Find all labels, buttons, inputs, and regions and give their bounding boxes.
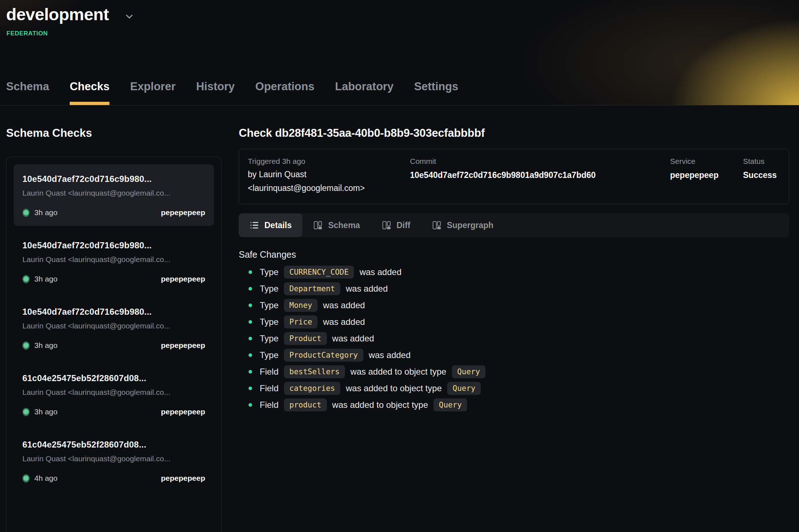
- code-chip: Product: [284, 332, 327, 345]
- check-service: pepepepeep: [161, 341, 205, 350]
- bullet-icon: [249, 287, 252, 291]
- check-author: Laurin Quast <laurinquast@googlemail.co.…: [22, 454, 205, 463]
- bullet-icon: [249, 320, 252, 324]
- check-service: pepepepeep: [161, 407, 205, 416]
- code-chip: ProductCategory: [284, 349, 363, 362]
- check-list-item[interactable]: 10e540d7aef72c0d716c9b980... Laurin Quas…: [14, 231, 214, 292]
- check-list-item[interactable]: 61c04e25475eb52f28607d08... Laurin Quast…: [14, 430, 214, 492]
- check-author: Laurin Quast <laurinquast@googlemail.co.…: [22, 322, 205, 330]
- check-time: 4h ago: [34, 474, 57, 483]
- project-selector[interactable]: development: [0, 0, 799, 24]
- check-author: Laurin Quast <laurinquast@googlemail.co.…: [22, 255, 205, 264]
- triggered-by: by Laurin Quast: [248, 170, 410, 179]
- code-chip: CURRENCY_CODE: [284, 266, 354, 279]
- code-chip: Query: [433, 398, 467, 411]
- check-id: 10e540d7aef72c0d716c9b980...: [22, 307, 205, 317]
- check-list-item[interactable]: 10e540d7aef72c0d716c9b980... Laurin Quas…: [14, 164, 214, 226]
- status-success-icon: [22, 408, 30, 416]
- check-time: 3h ago: [34, 208, 57, 217]
- chevron-down-icon[interactable]: [124, 11, 135, 22]
- change-item: Type CURRENCY_CODE was added: [239, 266, 789, 279]
- change-item: Type Money was added: [239, 299, 789, 312]
- columns-icon: [382, 221, 391, 230]
- tab-history[interactable]: History: [196, 80, 235, 105]
- check-detail-title: Check db28f481-35aa-40b0-b8b9-303ecfabbb…: [239, 127, 789, 140]
- bullet-icon: [249, 304, 252, 307]
- checks-sidebar: Schema Checks 10e540d7aef72c0d716c9b980.…: [0, 105, 221, 532]
- bullet-icon: [249, 270, 252, 274]
- changes-list: Type CURRENCY_CODE was added Type Depart…: [239, 266, 789, 411]
- tab-checks[interactable]: Checks: [70, 80, 109, 105]
- app-root: development FEDERATION Schema Checks Exp…: [0, 0, 799, 532]
- check-id: 10e540d7aef72c0d716c9b980...: [22, 240, 205, 250]
- sidebar-title: Schema Checks: [6, 127, 221, 140]
- service-label: Service: [670, 157, 743, 166]
- status-label: Status: [743, 157, 780, 166]
- project-type-badge: FEDERATION: [7, 30, 799, 37]
- check-id: 61c04e25475eb52f28607d08...: [22, 440, 205, 450]
- change-item: Type Price was added: [239, 315, 789, 328]
- code-chip: product: [284, 398, 327, 411]
- tab-settings[interactable]: Settings: [414, 80, 458, 105]
- change-item: Type Department was added: [239, 282, 789, 295]
- content-area: Schema Checks 10e540d7aef72c0d716c9b980.…: [0, 105, 799, 532]
- tab-details[interactable]: Details: [239, 213, 302, 237]
- tab-supergraph[interactable]: Supergraph: [421, 213, 504, 237]
- status-success-icon: [22, 209, 30, 217]
- list-icon: [250, 221, 259, 230]
- check-time: 3h ago: [34, 275, 57, 283]
- triggered-label: Triggered 3h ago: [248, 157, 410, 166]
- code-chip: bestSellers: [284, 365, 345, 378]
- change-item: Type Product was added: [239, 332, 789, 345]
- check-service: pepepepeep: [161, 208, 205, 217]
- change-item: Type ProductCategory was added: [239, 349, 789, 362]
- check-id: 61c04e25475eb52f28607d08...: [22, 373, 205, 383]
- code-chip: Query: [447, 382, 481, 395]
- bullet-icon: [249, 353, 252, 357]
- check-author: Laurin Quast <laurinquast@googlemail.co.…: [22, 388, 205, 397]
- bullet-icon: [249, 370, 252, 374]
- tab-schema[interactable]: Schema: [6, 80, 49, 105]
- meta-status: Status Success: [743, 157, 780, 193]
- status-success-icon: [22, 341, 30, 350]
- status-success-icon: [22, 275, 30, 283]
- code-chip: Query: [452, 365, 485, 378]
- project-header: development FEDERATION Schema Checks Exp…: [0, 0, 799, 105]
- commit-label: Commit: [410, 157, 670, 166]
- code-chip: Price: [284, 315, 318, 328]
- check-list-item[interactable]: 10e540d7aef72c0d716c9b980... Laurin Quas…: [14, 297, 214, 359]
- columns-icon: [432, 221, 441, 230]
- check-service: pepepepeep: [161, 275, 205, 283]
- project-title: development: [6, 4, 109, 24]
- check-meta-card: Triggered 3h ago by Laurin Quast <laurin…: [239, 149, 789, 204]
- bullet-icon: [249, 387, 252, 390]
- code-chip: Money: [284, 299, 318, 312]
- code-chip: categories: [284, 382, 340, 395]
- change-item: Field categories was added to object typ…: [239, 382, 789, 395]
- tab-operations[interactable]: Operations: [255, 80, 315, 105]
- bullet-icon: [249, 337, 252, 340]
- safe-changes-title: Safe Changes: [239, 249, 789, 260]
- detail-tabs: Details Schema Diff: [239, 213, 789, 237]
- meta-commit: Commit 10e540d7aef72c0d716c9b9801a9d907c…: [410, 157, 670, 193]
- tab-schema-view[interactable]: Schema: [302, 213, 371, 237]
- check-time: 3h ago: [34, 341, 57, 350]
- meta-service: Service pepepepeep: [670, 157, 743, 193]
- status-success-icon: [22, 474, 30, 483]
- check-author: Laurin Quast <laurinquast@googlemail.co.…: [22, 189, 205, 197]
- check-time: 3h ago: [34, 407, 57, 416]
- check-id: 10e540d7aef72c0d716c9b980...: [22, 174, 205, 184]
- change-item: Field product was added to object type Q…: [239, 398, 789, 411]
- tab-explorer[interactable]: Explorer: [130, 80, 176, 105]
- check-service: pepepepeep: [161, 474, 205, 483]
- tab-laboratory[interactable]: Laboratory: [335, 80, 393, 105]
- bullet-icon: [249, 403, 252, 407]
- check-detail-panel: Check db28f481-35aa-40b0-b8b9-303ecfabbb…: [221, 105, 799, 411]
- tab-diff[interactable]: Diff: [371, 213, 421, 237]
- check-list-item[interactable]: 61c04e25475eb52f28607d08... Laurin Quast…: [14, 363, 214, 425]
- status-value: Success: [743, 170, 780, 180]
- service-name: pepepepeep: [670, 170, 743, 180]
- code-chip: Department: [284, 282, 340, 295]
- meta-triggered: Triggered 3h ago by Laurin Quast <laurin…: [248, 157, 410, 193]
- change-item: Field bestSellers was added to object ty…: [239, 365, 789, 378]
